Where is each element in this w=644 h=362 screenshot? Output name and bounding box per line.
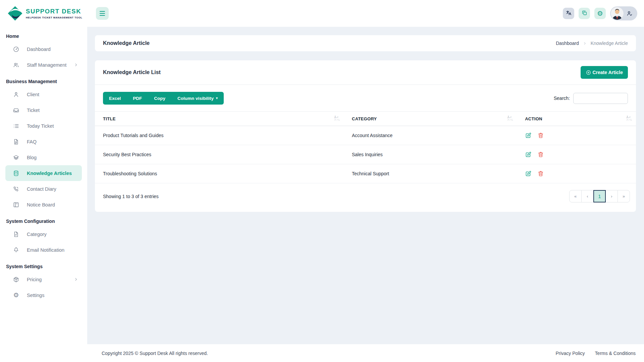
nav-section-business-management: Business Management [5,79,82,84]
brand-logo-icon [7,6,23,21]
table-info: Showing 1 to 3 of 3 entries [103,194,159,199]
sidebar-item-knowledge-articles[interactable]: Knowledge Articles [5,165,82,181]
person-check-icon [626,10,633,17]
pagination: «‹1›» [569,190,630,202]
cell-action [517,170,636,177]
delete-article-button[interactable] [537,170,544,177]
edit-article-button[interactable] [525,170,532,177]
avatar [611,7,624,20]
sidebar-item-faq[interactable]: FAQ [5,134,82,149]
sort-icon[interactable]: Å-²A-¼ [626,116,632,121]
plus-circle-icon [586,70,591,75]
search-control: Search: [554,93,628,104]
pagination-first[interactable]: « [569,190,582,202]
topbar-actions: ⚙ [563,6,637,20]
copy-export-button[interactable]: Copy [148,92,171,105]
table-header: TITLE Å-²A-¼ CATEGORY Å-²A-¼ ACTION Å-²A… [95,111,636,126]
column-header-action[interactable]: ACTION Å-²A-¼ [517,112,636,126]
person-icon [13,91,19,98]
breadcrumb-dashboard[interactable]: Dashboard [556,41,579,46]
sidebar-item-ticket[interactable]: Ticket [5,102,82,118]
file-icon [13,231,19,238]
inbox-icon [13,107,19,114]
sort-icon[interactable]: Å-²A-¼ [334,116,340,121]
chevron-right-icon [73,62,78,67]
sidebar: SUPPORT DESK HELPDESK TICKET MANAGEMENT … [0,0,87,362]
topbar: ⚙ [87,0,644,27]
search-input[interactable] [573,93,628,104]
column-header-title[interactable]: TITLE Å-²A-¼ [95,112,344,126]
list-card-title: Knowledge Article List [103,69,161,75]
table-row-product-tutorials-and-guides: Product Tutorials and GuidesAccount Assi… [95,126,636,145]
main-content: Knowledge Article Dashboard Knowledge Ar… [87,27,644,344]
content-column: ⚙ Knowledge Article Dashboard Knowledge … [87,0,644,362]
sidebar-item-staff-management[interactable]: Staff Management [5,57,82,73]
column-header-category[interactable]: CATEGORY Å-²A-¼ [344,112,517,126]
sidebar-toggle-button[interactable] [96,7,109,20]
edit-article-button[interactable] [525,151,532,158]
excel-export-button[interactable]: Excel [103,92,127,105]
pagination-prev[interactable]: ‹ [581,190,594,202]
edit-article-button[interactable] [525,132,532,139]
knowledge-article-list-card: Knowledge Article List Create Article Ex… [95,60,636,212]
pagination-page-1[interactable]: 1 [593,190,606,202]
profile-menu-button[interactable] [610,6,637,20]
layers-icon [13,154,19,161]
settings-button[interactable]: ⚙ [594,8,606,19]
users-icon [13,62,19,68]
pagination-next[interactable]: › [605,190,618,202]
cell-category: Technical Support [344,171,517,176]
board-icon [13,201,19,208]
create-article-button[interactable]: Create Article [581,66,628,79]
sidebar-item-contact-diary[interactable]: Contact Diary [5,181,82,197]
chevron-right-icon [583,41,587,46]
cell-title: Troubleshooting Solutions [95,171,344,176]
list-icon [13,123,19,129]
export-button-group: ExcelPDFCopyColumn visibility▾ [103,92,224,105]
brand-logo[interactable]: SUPPORT DESK HELPDESK TICKET MANAGEMENT … [0,0,87,27]
cell-action [517,151,636,158]
sidebar-item-client[interactable]: Client [5,86,82,102]
cell-title: Security Best Practices [95,152,344,157]
delete-article-button[interactable] [537,132,544,139]
file-text-icon [13,138,19,145]
sidebar-item-dashboard[interactable]: Dashboard [5,41,82,57]
column-visibility-button[interactable]: Column visibility▾ [171,92,224,105]
nav-section-home: Home [5,34,82,39]
sidebar-item-category[interactable]: Category [5,226,82,242]
table-footer: Showing 1 to 3 of 3 entries «‹1›» [95,183,636,212]
edit-icon [525,151,532,158]
trash-icon [537,132,544,139]
cell-category: Account Assistance [344,133,517,138]
gear-icon: ⚙ [13,292,19,299]
privacy-policy-link[interactable]: Privacy Policy [555,351,585,356]
delete-article-button[interactable] [537,151,544,158]
sidebar-nav: HomeDashboardStaff ManagementBusiness Ma… [0,27,87,303]
sidebar-item-blog[interactable]: Blog [5,149,82,165]
nav-section-system-settings: System Settings [5,264,82,269]
page-footer: Copyright 2025 © Support Desk All rights… [87,344,644,362]
chevron-right-icon [73,277,78,282]
app-root: SUPPORT DESK HELPDESK TICKET MANAGEMENT … [0,0,644,362]
package-icon [13,276,19,283]
cell-action [517,132,636,139]
sidebar-item-settings[interactable]: ⚙Settings [5,287,82,303]
translate-button[interactable] [563,8,574,19]
page-header-card: Knowledge Article Dashboard Knowledge Ar… [95,35,636,51]
nav-section-system-configuration: System Configuration [5,219,82,224]
bell-icon [13,247,19,253]
brand-name: SUPPORT DESK [26,8,82,15]
trash-icon [537,170,544,177]
copy-button[interactable] [579,8,590,19]
pdf-export-button[interactable]: PDF [127,92,148,105]
table-row-security-best-practices: Security Best PracticesSales Inquiries [95,145,636,164]
terms-conditions-link[interactable]: Terms & Conditions [595,351,636,356]
trash-icon [537,151,544,158]
pagination-last[interactable]: » [618,190,630,202]
sidebar-item-email-notification[interactable]: Email Notification [5,242,82,258]
sidebar-item-pricing[interactable]: Pricing [5,272,82,287]
sidebar-item-today-ticket[interactable]: Today Ticket [5,118,82,134]
sort-icon[interactable]: Å-²A-¼ [507,116,513,121]
page-title: Knowledge Article [103,40,150,46]
sidebar-item-notice-board[interactable]: Notice Board [5,197,82,213]
